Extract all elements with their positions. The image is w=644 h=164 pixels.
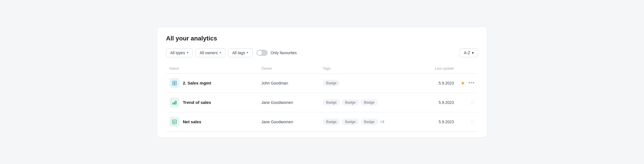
extra-tags: +3 [380,120,384,124]
tags-cell: BadgeBadgeBadge [319,93,411,112]
owner-cell: John Goodman [258,73,319,93]
svg-rect-0 [172,81,174,83]
svg-rect-7 [172,120,176,124]
filter-owner-label: All owners [200,51,218,55]
filters-row: All types ▾ All owners ▾ All tags ▾ Only… [166,48,478,57]
col-header-last-update: Last update [411,64,457,74]
analytics-table: Name Owner Tags Last update 2. Sales mgm… [166,64,478,132]
star-icon[interactable]: ☆ [470,119,475,125]
sort-label: A-Z [464,51,470,55]
favourites-label: Only favourites [270,51,297,55]
tag-badge: Badge [342,99,359,106]
name-cell: Net sales [166,112,258,131]
item-icon [169,117,179,127]
svg-rect-4 [172,102,174,104]
svg-rect-5 [174,102,175,104]
favourites-toggle[interactable] [256,50,268,56]
tag-badge: Badge [323,99,340,106]
table-row: Trend of sales Jane Goodwomen BadgeBadge… [166,93,478,112]
filter-type-label: All types [170,51,185,55]
filter-type-button[interactable]: All types ▾ [166,48,193,57]
tag-badge: Badge [342,119,359,125]
chevron-down-icon: ▾ [247,51,248,54]
svg-rect-3 [175,83,176,85]
filter-tags-button[interactable]: All tags ▾ [228,48,253,57]
filter-tags-label: All tags [232,51,245,55]
page-title: All your analytics [166,35,478,42]
table-row: 2. Sales mgmt John Goodman Badge 5.9.202… [166,73,478,93]
col-header-tags: Tags [319,64,411,74]
table-row: Net sales Jane Goodwomen BadgeBadgeBadge… [166,112,478,131]
item-icon [169,97,179,108]
owner-cell: Jane Goodwomen [258,112,319,131]
svg-rect-1 [175,81,176,83]
last-update-cell: 5.9.2023 [411,73,457,93]
tags-cell: Badge [319,73,411,93]
last-update-cell: 5.9.2023 [411,93,457,112]
last-update-cell: 5.9.2023 [411,112,457,131]
favourites-toggle-wrap: Only favourites [256,50,297,56]
analytics-card: All your analytics All types ▾ All owner… [157,27,487,138]
actions-cell: ☆ [457,112,478,131]
filter-owner-button[interactable]: All owners ▾ [195,48,225,57]
tag-badge: Badge [361,99,378,106]
actions-cell: ☆ [457,93,478,112]
actions-cell: ★ ••• [457,73,478,93]
svg-rect-2 [172,83,174,85]
col-header-owner: Owner [258,64,319,74]
owner-cell: Jane Goodwomen [258,93,319,112]
star-icon[interactable]: ☆ [470,99,475,106]
tag-badge: Badge [361,119,378,125]
chevron-down-icon: ▾ [220,51,221,54]
col-header-name: Name [166,64,258,74]
name-cell: Trend of sales [166,93,258,112]
chevron-down-icon: ▾ [187,51,188,54]
item-name: Trend of sales [183,100,211,105]
table-header-row: Name Owner Tags Last update [166,64,478,74]
star-icon[interactable]: ★ [461,80,465,86]
svg-rect-6 [176,101,177,104]
tag-badge: Badge [323,80,340,86]
item-name: Net sales [183,119,201,124]
chevron-down-icon: ▾ [472,51,474,55]
col-header-actions [457,64,478,74]
item-icon [169,78,179,88]
sort-button[interactable]: A-Z ▾ [459,48,478,57]
tags-cell: BadgeBadgeBadge+3 [319,112,411,131]
name-cell: 2. Sales mgmt [166,73,258,93]
tag-badge: Badge [323,119,340,125]
item-name: 2. Sales mgmt [183,81,211,85]
more-options-icon[interactable]: ••• [468,80,475,86]
